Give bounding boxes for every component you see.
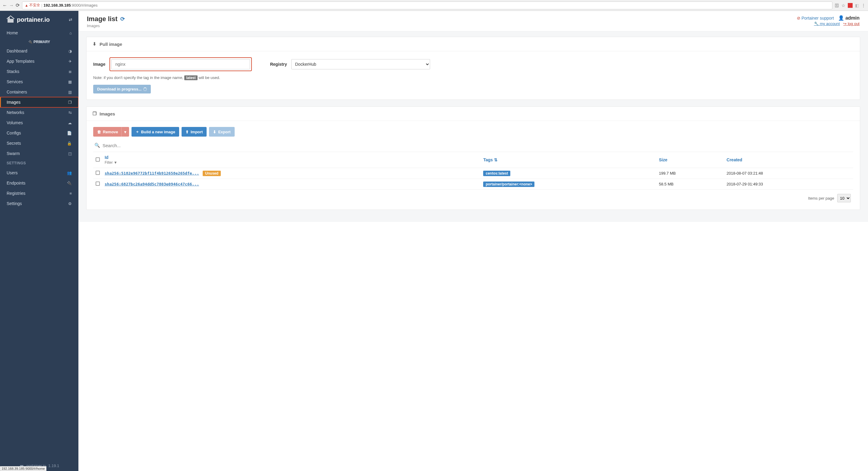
list-icon: ≣ [68,69,72,74]
pull-button-label: Download in progress... [97,87,142,91]
image-id-link[interactable]: sha256:6827bc26a94dd5c7803e0946c47c66... [105,182,199,186]
remove-button[interactable]: 🗑 Remove [93,127,122,136]
log-out-link[interactable]: ↪ log out [843,22,860,26]
my-account-link[interactable]: 🔧 my account [814,22,840,26]
sidebar-item-stacks[interactable]: Stacks≣ [0,66,79,76]
sidebar-home-label: Home [7,30,18,35]
tag-note: Note: if you don't specify the tag in th… [93,75,853,80]
row-checkbox[interactable] [96,182,100,186]
star-icon[interactable]: ☆ [841,3,845,8]
logo[interactable]: portainer.io [6,15,50,24]
sidebar-item-app-templates[interactable]: App Templates✈ [0,56,79,66]
sidebar-item-secrets[interactable]: Secrets🔒 [0,138,79,148]
search-row: 🔍 [93,140,853,152]
key-icon[interactable]: ⚿ [835,3,839,8]
build-button[interactable]: ＋ Build a new image [131,127,179,136]
sidebar-label: Images [7,100,21,105]
sidebar-home[interactable]: Home ⌂ [0,28,79,38]
tag-badge: portainer/portainer:<none> [483,182,534,187]
browser-chrome: ← → ⟳ ▲ 不安全 | 192.168.39.185:9000/#/imag… [0,0,868,11]
plane-icon: ✈ [68,59,72,64]
endpoint-toggle-icon[interactable]: ⇄ [69,17,72,22]
pull-panel-header: ⬇ Pull image [87,37,860,51]
url-rest: :9000/#/images [71,3,98,7]
items-per-page-label: Items per page [808,196,834,200]
sidebar-label: Services [7,79,23,84]
browser-actions: ⚿ ☆ ◧ ⋮ [835,3,866,8]
images-panel-header: ❐ Images [87,107,860,121]
footer-version: 1.19.1 [48,464,59,468]
menu-icon[interactable]: ⋮ [861,3,866,8]
endpoint-label: PRIMARY [0,38,79,46]
sidebar-item-swarm[interactable]: Swarm◫ [0,148,79,159]
sidebar-item-containers[interactable]: Containers▥ [0,87,79,97]
col-size[interactable]: Size [657,152,724,168]
action-buttons: 🗑 Remove ▾ ＋ Build a new image ⬆ Import … [93,127,853,136]
col-id[interactable]: Id Filter ▼ [102,152,481,168]
page-title: Image list ⟳ [87,15,125,23]
tag-badge: centos:latest [483,171,510,176]
insecure-label: 不安全 [29,3,40,8]
sidebar-item-volumes[interactable]: Volumes☁ [0,118,79,128]
sidebar-label: Swarm [7,151,20,156]
size-cell: 199.7 MB [657,168,724,179]
sidebar-label: Users [7,170,18,175]
logout-label: log out [848,22,860,26]
url-bar[interactable]: ▲ 不安全 | 192.168.39.185:9000/#/images [22,1,832,9]
title-text: Image list [87,15,117,23]
filter-label: Filter [105,160,113,165]
reload-icon[interactable]: ⟳ [16,2,20,8]
sidebar-label: Registries [7,191,25,196]
svg-rect-0 [7,19,13,23]
brand-text: portainer.io [17,16,50,23]
registry-select[interactable]: DockerHub [291,59,430,69]
search-input[interactable] [102,143,193,148]
lifebuoy-icon: ⊘ [797,16,801,21]
pull-panel-title: Pull image [99,42,122,47]
lock-icon: 🔒 [67,141,72,146]
extension-icon-2[interactable]: ◧ [855,3,859,8]
sidebar-item-endpoints[interactable]: Endpoints🔌 [0,178,79,188]
col-tags[interactable]: Tags ⇅ [481,152,656,168]
registry-label: Registry [270,62,287,67]
sidebar-item-images[interactable]: Images❐ [0,97,79,107]
forward-icon[interactable]: → [9,3,14,8]
wrench-icon: 🔧 [814,22,819,26]
services-icon: ▦ [68,80,72,84]
url-host: 192.168.39.185 [43,3,70,7]
export-button[interactable]: ⬇ Export [209,127,234,136]
image-id-link[interactable]: sha256:5182e96772bf11f4b912658e265dfe... [105,171,199,176]
extension-icon[interactable] [848,3,852,8]
select-all-checkbox[interactable] [96,157,100,162]
build-label: Build a new image [141,130,175,134]
filter-icon[interactable]: ▼ [114,160,117,165]
import-button[interactable]: ⬆ Import [182,127,207,136]
sidebar-item-registries[interactable]: Registries≡ [0,188,79,198]
col-created[interactable]: Created [724,152,853,168]
image-input[interactable] [111,59,250,69]
browser-nav: ← → ⟳ [2,2,20,8]
sidebar-item-dashboard[interactable]: Dashboard◑ [0,46,79,56]
sidebar: portainer.io ⇄ Home ⌂ PRIMARY Dashboard◑… [0,11,79,471]
sidebar-item-settings[interactable]: Settings⚙ [0,198,79,209]
page-header: Image list ⟳ Images ⊘ Portainer support … [79,11,868,31]
pull-button[interactable]: Download in progress... [93,85,151,93]
insecure-badge: ▲ 不安全 [25,3,40,8]
download-icon: ⬇ [93,41,96,47]
sidebar-item-users[interactable]: Users👥 [0,168,79,178]
sidebar-label: App Templates [7,59,34,64]
row-checkbox[interactable] [96,171,100,175]
refresh-icon[interactable]: ⟳ [120,16,125,22]
sidebar-item-networks[interactable]: Networks⇆ [0,107,79,118]
sidebar-item-configs[interactable]: Configs📄 [0,128,79,138]
table-row: sha256:5182e96772bf11f4b912658e265dfe...… [93,168,853,179]
items-per-page-select[interactable]: 10 [837,194,851,202]
database-icon: ≡ [69,191,72,196]
support-link[interactable]: ⊘ Portainer support [797,16,834,21]
sidebar-item-services[interactable]: Services▦ [0,76,79,87]
spinner-icon [143,88,147,91]
remove-dropdown[interactable]: ▾ [121,127,129,136]
hdd-icon: ☁ [68,121,72,125]
back-icon[interactable]: ← [2,3,7,8]
note-prefix: Note: if you don't specify the tag in th… [93,75,184,80]
